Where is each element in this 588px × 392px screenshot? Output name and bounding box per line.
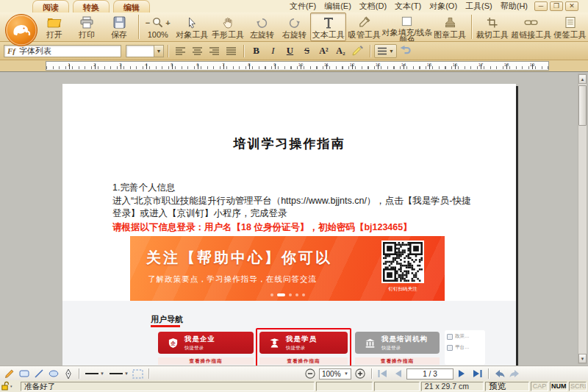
bottom-toolbar: ▼▼ 100% ▼ 1 / 3 [0,366,588,380]
chevron-down-icon[interactable]: ▼ [344,371,348,376]
save-button[interactable]: 保存 [103,13,135,41]
view-back-button[interactable] [494,368,506,379]
tab-阅读[interactable]: 阅读 [32,0,69,13]
menu-帮助(H)[interactable]: 帮助(H) [501,1,528,12]
menu-文件(F)[interactable]: 文件(F) [290,1,316,12]
italic-button[interactable]: I [265,44,281,58]
carousel-dots [130,293,445,296]
line-spacing-dropdown[interactable]: ▼ [374,44,397,58]
minimize-button[interactable]: ─ [534,1,548,11]
pen-tool[interactable] [62,368,75,379]
align-center-button[interactable] [190,44,205,58]
hand-tool-button[interactable]: 手形工具 [210,13,246,41]
printer-icon [80,16,93,29]
menu-工具(S)[interactable]: 工具(S) [465,1,492,12]
rotate-left-button[interactable]: 左旋转 [245,13,278,41]
doc-login-info: 请根据以下信息登录：用户名【18 位身份证号】，初始密码【bj123465】 [112,221,480,234]
print-button[interactable]: 打印 [71,13,103,41]
drawing-tools: ▼▼ [3,367,151,380]
page-size-indicator: 21 x 29.7 cm [421,382,484,391]
heading-underline [151,325,180,327]
object-tool-button[interactable]: 对象工具 [174,13,210,41]
ruler-row: 12345678910111213141516171819 [0,60,588,71]
tab-编辑[interactable]: 编辑 [113,0,150,13]
note-tool-button[interactable]: 便签工具 [552,13,588,41]
pdf-page[interactable]: 培训学习操作指南 1.完善个人信息进入“北京市职业技能提升行动管理平台（http… [62,84,516,366]
lock-control[interactable]: ▾ [1,381,19,392]
close-button[interactable]: ✕ [565,1,578,11]
pencil-tool[interactable] [3,368,16,379]
previous-page-button[interactable] [392,368,404,379]
user-card-我是学员: 我是学员快捷登录 [259,332,348,354]
chevron-down-icon[interactable]: ▼ [124,371,129,376]
rectangle-icon [19,368,29,379]
vertical-scrollbar[interactable]: ▲ ▼ [578,74,587,364]
first-page-button[interactable] [377,368,389,379]
menu-文档(D)[interactable]: 文档(D) [359,1,387,12]
note-icon [565,16,576,29]
carousel-dot [277,293,285,296]
status-bar: ▾ 准备好了 21 x 29.7 cm 预览 CAPNUMSCRL [0,380,588,392]
font-size-dropdown[interactable]: ▼ [126,45,164,57]
align-right-button[interactable] [207,44,222,58]
menu-对象(O)[interactable]: 对象(O) [429,1,457,12]
app-logo-elephant-icon[interactable] [4,13,38,47]
undo-icon [398,46,412,56]
menu-编辑(E)[interactable]: 编辑(E) [324,1,351,12]
user-card-我是企业: 企我是企业快捷登录 [158,332,254,354]
line-width-dropdown[interactable]: ▼ [107,368,130,379]
chevron-down-icon[interactable]: ▾ [10,384,12,388]
magnifier-icon [152,17,163,28]
view-forward-button[interactable] [509,368,520,379]
ellipse-tool[interactable] [47,368,60,379]
subscript-button[interactable]: A₂ [333,44,348,58]
text-tool-button[interactable]: 文本工具 [310,13,346,41]
side-panel-item: 政策… [447,333,483,340]
bold-button[interactable]: B [248,44,264,58]
open-button[interactable]: 打开 [38,13,71,41]
scroll-up-icon[interactable]: ▲ [578,74,587,84]
scroll-down-icon[interactable]: ▼ [578,354,587,363]
superscript-button[interactable]: A² [316,44,331,58]
menu-文本(T)[interactable]: 文本(T) [395,1,421,12]
stamp-tool-button[interactable]: 图章工具 [432,13,468,41]
zoom-control[interactable]: −+100% [142,13,174,41]
zoom-out-icon[interactable] [304,368,316,379]
text-tool-icon [323,16,334,29]
fill-color-button[interactable]: 对象填充/线条颜色 [382,13,432,41]
eyedropper-tool-button[interactable]: 吸管工具 [346,13,382,41]
enterprise-shield-icon: 企 [168,338,179,349]
zoom-plus-icon[interactable]: + [165,18,170,27]
maximize-button[interactable]: ❐ [550,1,563,11]
page-indicator[interactable]: 1 / 3 [406,368,453,379]
align-justify-button[interactable] [223,44,239,58]
last-page-button[interactable] [471,368,483,379]
rectangle-tool[interactable] [18,368,31,379]
chevron-down-icon[interactable]: ▼ [100,371,104,376]
chevron-down-icon[interactable]: ▼ [389,49,394,54]
main-toolbar: 打开打印保存−+100%对象工具手形工具左旋转右旋转文本工具吸管工具对象填充/线… [0,13,588,42]
crop-icon [487,17,498,28]
line-style-dropdown[interactable]: ▼ [83,368,106,379]
next-page-button[interactable] [456,368,468,379]
scrollbar-thumb[interactable] [578,85,587,126]
underline-button[interactable]: U [282,44,298,58]
zoom-minus-icon[interactable]: − [146,18,150,27]
hyperlink-tool-button[interactable]: 超链接工具 [510,13,552,41]
tab-转换[interactable]: 转换 [73,0,110,13]
undo-button[interactable] [398,44,413,58]
ellipse-icon [49,368,59,379]
highlighter-button[interactable] [350,44,365,58]
zoom-in-icon[interactable] [354,368,366,379]
toolbar-separator [138,15,139,39]
marquee-select-tool[interactable] [132,368,145,379]
doc-text-line: 登录】或进入【京训钉】小程序，完成登录 [112,207,473,221]
qr-code [381,240,424,283]
chevron-down-icon[interactable]: ▼ [154,46,163,57]
crop-tool-button[interactable]: 裁切工具 [474,13,510,41]
rotate-right-button[interactable]: 右旋转 [278,13,310,41]
line-tool[interactable] [32,368,46,379]
align-left-button[interactable] [173,44,188,58]
strikethrough-button[interactable]: S [299,44,315,58]
zoom-level-dropdown[interactable]: 100% ▼ [319,368,351,379]
